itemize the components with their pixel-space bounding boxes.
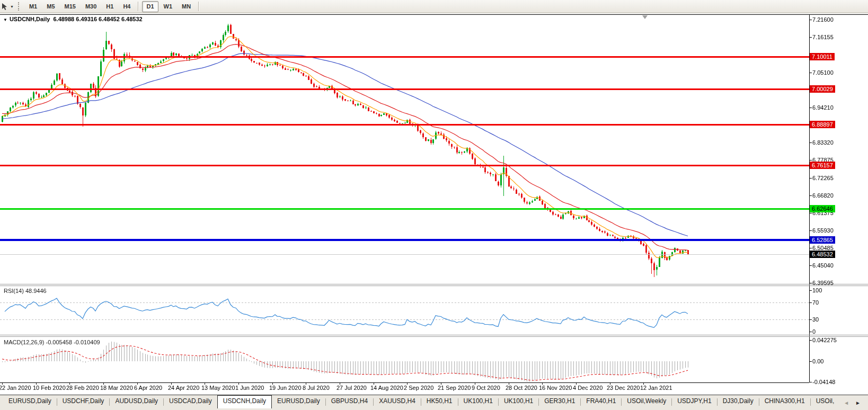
- date-axis-label: 28 Oct 2020: [506, 385, 537, 391]
- chart-tab-gbpusd-h4[interactable]: GBPUSD,H4: [326, 395, 373, 408]
- price-axis-tick-label: 7.21600: [812, 16, 834, 23]
- date-axis-label: 1 Jun 2020: [235, 385, 264, 391]
- chart-tab-hk50-h1[interactable]: HK50,H1: [421, 395, 458, 408]
- date-axis-label: 18 Mar 2020: [100, 385, 133, 391]
- price-axis-tick-label: 7.16155: [812, 34, 834, 40]
- rsi-axis-tick-label: 30: [812, 316, 819, 323]
- dropdown-caret-icon: ▼: [10, 5, 14, 8]
- chart-area: ▼USDCNH,Daily 6.48988 6.49316 6.48452 6.…: [0, 13, 868, 395]
- date-axis-label: 9 Oct 2020: [472, 385, 500, 391]
- toolbar-separator: [138, 2, 139, 11]
- timeframe-button-M1[interactable]: M1: [25, 1, 41, 12]
- timeframe-button-M15[interactable]: M15: [60, 1, 80, 12]
- rsi-axis-tick-label: 70: [812, 299, 819, 306]
- chart-collapse-arrow-icon[interactable]: ▼: [3, 17, 7, 22]
- chart-tabs: EURUSD,DailyUSDCHF,DailyAUDUSD,DailyUSDC…: [3, 395, 839, 408]
- level-price-badge: 6.62646: [810, 205, 835, 212]
- date-axis-label: 21 Sep 2020: [438, 385, 471, 391]
- chart-symbol-period: USDCNH,Daily: [10, 16, 50, 22]
- price-axis-tick-label: 6.66820: [812, 192, 834, 199]
- chart-tab-eurusd-daily[interactable]: EURUSD,Daily: [3, 395, 57, 408]
- timeframe-button-D1[interactable]: D1: [142, 1, 158, 12]
- timeframe-button-group: M1M5M15M30H1H4D1W1MN: [24, 0, 202, 13]
- date-axis-label: 28 Feb 2020: [66, 385, 99, 391]
- date-axis-label: 19 Jun 2020: [269, 385, 302, 391]
- pointer-cursor-icon: [1, 3, 8, 11]
- date-axis-label: 14 Aug 2020: [370, 385, 403, 391]
- level-price-badge: 6.52865: [810, 236, 835, 244]
- chart-tab-fra40-h1[interactable]: FRA40,H1: [581, 395, 621, 408]
- level-price-badge: 6.88897: [810, 121, 835, 128]
- timeframe-button-H1[interactable]: H1: [102, 1, 118, 12]
- macd-indicator-label: MACD(12,26,9) -0.005458 -0.010409: [4, 339, 100, 345]
- chart-tab-usdcnh-daily[interactable]: USDCNH,Daily: [217, 395, 272, 408]
- rsi-axis-tick-label: 100: [812, 287, 822, 293]
- tab-scroll-left-icon[interactable]: ◄: [844, 400, 849, 406]
- price-axis-tick-label: 6.55930: [812, 227, 834, 234]
- date-axis-label: 13 May 2020: [201, 385, 235, 391]
- timeframe-button-M30[interactable]: M30: [81, 1, 101, 12]
- price-axis-tick-label: 6.72265: [812, 175, 834, 181]
- timeframe-button-H4[interactable]: H4: [119, 1, 135, 12]
- price-axis-tick-label: 6.94210: [812, 104, 834, 111]
- tab-scroll-arrows: ◄ ►: [838, 395, 868, 410]
- tab-scroll-right-icon[interactable]: ►: [855, 400, 861, 406]
- chart-tab-uk100-h1[interactable]: UK100,H1: [458, 395, 498, 408]
- price-axis-tick-label: 6.83320: [812, 139, 834, 146]
- chart-tab-uk100-h1[interactable]: UK100,H1: [499, 395, 538, 408]
- date-axis-label: 24 Apr 2020: [168, 385, 199, 391]
- chart-ohlc-values: 6.48988 6.49316 6.48452 6.48532: [53, 16, 142, 22]
- date-axis-label: 6 Apr 2020: [134, 385, 162, 391]
- level-price-badge: 7.00029: [810, 85, 835, 93]
- date-axis-label: 22 Jan 2020: [0, 385, 31, 391]
- current-price-badge: 6.48532: [810, 251, 835, 258]
- date-axis-label: 12 Jan 2021: [640, 385, 672, 391]
- chart-tab-xauusd-h4[interactable]: XAUUSD,H4: [374, 395, 421, 408]
- chart-tab-audusd-daily[interactable]: AUDUSD,Daily: [110, 395, 163, 408]
- level-price-badge: 6.76157: [810, 162, 835, 169]
- cursor-tool-button[interactable]: ▼: [0, 3, 16, 11]
- chart-tab-china300-h1[interactable]: CHINA300,H1: [759, 395, 810, 408]
- chart-tab-usdchf-daily[interactable]: USDCHF,Daily: [57, 395, 110, 408]
- date-axis-label: 10 Feb 2020: [33, 385, 66, 391]
- timeframe-button-W1[interactable]: W1: [160, 1, 177, 12]
- chart-tab-usdcad-daily[interactable]: USDCAD,Daily: [164, 395, 217, 408]
- price-axis-tick-label: 6.45040: [812, 262, 834, 269]
- timeframe-button-MN[interactable]: MN: [178, 1, 195, 12]
- price-axis-tick-label: 7.05100: [812, 69, 834, 76]
- date-axis-label: 4 Dec 2020: [573, 385, 603, 391]
- chart-canvas[interactable]: [0, 13, 868, 395]
- macd-axis-tick-label: 0.042275: [812, 337, 837, 343]
- date-axis-label: 8 Jul 2020: [303, 385, 330, 391]
- chart-tab-usdjpy-h1[interactable]: USDJPY,H1: [672, 395, 716, 408]
- chart-tab-usoil-[interactable]: USOil,: [811, 395, 840, 408]
- chart-tab-ger30-h1[interactable]: GER30,H1: [539, 395, 580, 408]
- chart-tab-usoil-weekly[interactable]: USOil,Weekly: [622, 395, 671, 408]
- date-axis-label: 2 Sep 2020: [404, 385, 433, 391]
- chart-title: ▼USDCNH,Daily 6.48988 6.49316 6.48452 6.…: [3, 16, 143, 22]
- level-price-badge: 7.10011: [810, 53, 835, 60]
- chart-tab-bar: EURUSD,DailyUSDCHF,DailyAUDUSD,DailyUSDC…: [0, 395, 868, 410]
- rsi-axis-tick-label: 0: [812, 328, 816, 335]
- price-axis-tick-label: 6.39595: [812, 280, 834, 286]
- timeframe-toolbar: ▼ M1M5M15M30H1H4D1W1MN: [0, 0, 868, 13]
- macd-axis-tick-label: -0.04148: [812, 379, 835, 385]
- toolbar-grip[interactable]: [18, 2, 21, 11]
- date-axis-label: 27 Jul 2020: [336, 385, 367, 391]
- toolbar-separator: [198, 2, 199, 11]
- date-axis-label: 16 Nov 2020: [539, 385, 572, 391]
- chart-tab-dj30-daily[interactable]: DJ30,Daily: [718, 395, 759, 408]
- date-axis-label: 23 Dec 2020: [607, 385, 640, 391]
- chart-tab-eurusd-daily[interactable]: EURUSD,Daily: [272, 395, 325, 408]
- mt4-chart-window: ▼ M1M5M15M30H1H4D1W1MN ▼USDCNH,Daily 6.4…: [0, 0, 868, 410]
- macd-axis-tick-label: 0.00: [812, 358, 823, 364]
- timeframe-button-M5[interactable]: M5: [42, 1, 59, 12]
- rsi-indicator-label: RSI(14) 48.9446: [4, 288, 47, 294]
